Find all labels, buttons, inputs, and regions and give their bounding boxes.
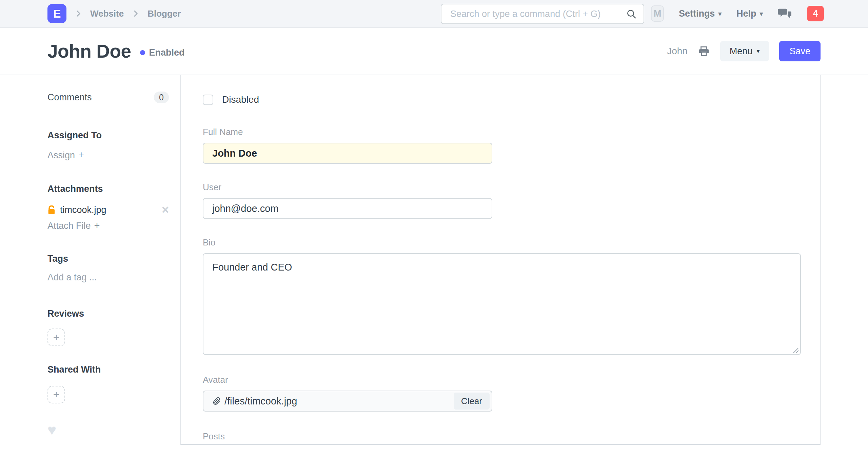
attach-file-label: Attach File [47,221,91,231]
print-icon[interactable] [698,45,710,57]
search-input[interactable] [441,4,644,24]
add-tag-input[interactable]: Add a tag ... [47,272,169,283]
settings-label: Settings [679,8,715,19]
comments-label[interactable]: Comments [47,92,92,103]
attachments-heading: Attachments [47,184,169,194]
remove-attachment-icon[interactable]: × [162,204,169,216]
plus-icon: + [53,389,60,401]
attachment-link[interactable]: timcook.jpg [47,205,106,215]
tags-heading: Tags [47,254,169,264]
breadcrumb-section[interactable]: Website [90,8,124,19]
chevron-down-icon: ▾ [756,47,760,55]
add-share-button[interactable]: + [47,386,65,403]
form-sidebar: Comments 0 Assigned To Assign+ Attachmen… [0,75,180,457]
status-indicator: Enabled [140,47,185,58]
form-body: Disabled Full Name User Bio Founder and … [180,75,821,445]
chevron-right-icon [74,9,83,18]
chevron-right-icon [131,9,140,18]
attachment-filename: timcook.jpg [60,205,106,215]
assign-label: Assign [47,150,75,160]
comments-count-badge: 0 [154,92,169,103]
avatar-file-path: /files/timcook.jpg [224,396,297,407]
page-title: John Doe [47,40,131,62]
avatar-label: Avatar [203,375,492,385]
page-header: John Doe Enabled John Menu ▾ Save [0,28,868,75]
bio-label: Bio [203,237,801,248]
full-name-field[interactable] [203,143,492,164]
plus-icon: + [53,331,60,344]
chat-icon[interactable] [778,7,792,20]
status-dot-icon [140,50,145,55]
avatar-file-link[interactable]: /files/timcook.jpg [212,396,297,407]
app-logo[interactable]: E [47,4,66,23]
status-text: Enabled [149,47,185,58]
assigned-to-heading: Assigned To [47,130,169,141]
current-user-label: John [667,46,688,57]
breadcrumb-page[interactable]: Blogger [147,8,181,19]
search-icon[interactable] [626,8,637,19]
posts-label: Posts [203,431,492,442]
bio-field[interactable]: Founder and CEO [203,253,801,355]
menu-button[interactable]: Menu ▾ [720,41,769,61]
disabled-label: Disabled [222,94,259,105]
settings-menu[interactable]: Settings ▾ [679,8,722,19]
plus-icon: + [94,220,100,231]
user-field[interactable] [203,198,492,219]
user-avatar[interactable]: M [651,5,664,22]
global-search [441,4,644,24]
plus-icon: + [78,150,84,160]
navbar: E Website Blogger M Settings ▾ Help ▾ 4 [0,0,868,28]
shared-with-heading: Shared With [47,364,169,375]
disabled-checkbox[interactable] [203,95,213,105]
disabled-checkbox-row[interactable]: Disabled [203,94,798,105]
reviews-heading: Reviews [47,309,169,319]
notification-badge[interactable]: 4 [807,6,824,21]
help-menu[interactable]: Help ▾ [736,8,763,19]
like-heart-icon[interactable]: ♥ [47,422,169,437]
user-label: User [203,182,492,193]
chevron-down-icon: ▾ [760,10,763,18]
clear-avatar-button[interactable]: Clear [454,393,490,410]
avatar-attach-field: /files/timcook.jpg Clear [203,391,492,412]
full-name-label: Full Name [203,127,492,137]
add-review-button[interactable]: + [47,329,65,346]
paperclip-icon [212,396,221,406]
unlock-icon [47,205,56,215]
help-label: Help [736,8,756,19]
menu-button-label: Menu [730,46,753,57]
save-button[interactable]: Save [779,41,821,61]
attach-file-button[interactable]: Attach File+ [47,220,169,231]
assign-button[interactable]: Assign+ [47,150,169,161]
chevron-down-icon: ▾ [718,10,722,18]
